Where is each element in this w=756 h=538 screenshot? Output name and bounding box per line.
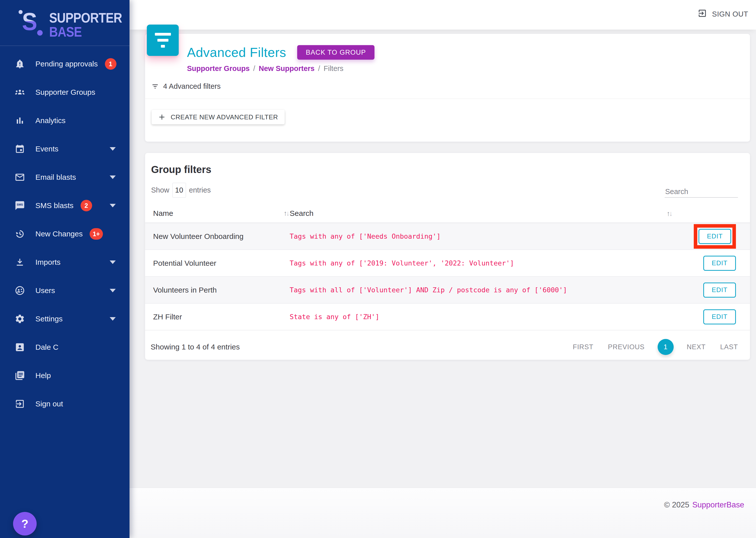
column-header-search[interactable]: Search xyxy=(290,209,313,217)
filter-query: Tags with all of ['Volunteer'] AND Zip /… xyxy=(290,286,703,294)
main-content: SIGN OUT Advanced Filters BACK TO GROUP … xyxy=(130,0,756,538)
show-entries-suffix: entries xyxy=(189,186,211,194)
sidebar-item-profile[interactable]: Dale C xyxy=(0,333,130,361)
table-row: ZH Filter State is any of ['ZH'] EDIT xyxy=(145,303,750,330)
sidebar-item-supporter-groups[interactable]: Supporter Groups xyxy=(0,78,130,106)
chevron-down-icon xyxy=(110,176,116,179)
create-button-label: CREATE NEW ADVANCED FILTER xyxy=(171,113,278,121)
sidebar-item-analytics[interactable]: Analytics xyxy=(0,106,130,134)
pagination-last[interactable]: LAST xyxy=(720,343,738,351)
supporterbase-logo[interactable]: S SUPPORTER BASE xyxy=(0,0,130,36)
sidebar-item-label: Email blasts xyxy=(35,173,76,182)
envelope-icon xyxy=(14,172,25,183)
filter-name: Potential Volunteer xyxy=(153,259,290,267)
gear-icon xyxy=(14,313,25,324)
filter-name: New Volunteer Onboarding xyxy=(153,232,290,241)
table-search-input[interactable] xyxy=(664,186,738,197)
library-books-icon xyxy=(14,370,25,381)
table-row: New Volunteer Onboarding Tags with any o… xyxy=(145,223,750,250)
filter-query: State is any of ['ZH'] xyxy=(290,313,703,321)
new-changes-badge: 1+ xyxy=(90,228,103,240)
sidebar-item-label: New Changes xyxy=(35,230,83,238)
page-footer: © 2025 SupporterBase xyxy=(130,488,756,538)
filter-icon xyxy=(152,83,158,90)
page-title: Advanced Filters xyxy=(187,45,286,60)
pagination-next[interactable]: NEXT xyxy=(687,343,706,351)
sms-bubble-icon: SMS xyxy=(14,200,25,211)
table-row: Potential Volunteer Tags with any of ['2… xyxy=(145,250,750,277)
sidebar-item-pending-approvals[interactable]: Pending approvals 1 xyxy=(0,50,130,78)
create-new-advanced-filter-button[interactable]: CREATE NEW ADVANCED FILTER xyxy=(152,110,284,124)
sidebar-item-help[interactable]: Help xyxy=(0,361,130,390)
sidebar-item-imports[interactable]: Imports xyxy=(0,248,130,276)
chevron-down-icon xyxy=(110,204,116,207)
sidebar-item-label: Supporter Groups xyxy=(35,88,95,96)
table-header-row: Name ↑↓ Search ↑↓ xyxy=(145,197,750,223)
breadcrumb-separator: / xyxy=(253,64,255,73)
copyright-text: © 2025 xyxy=(664,500,689,538)
help-fab-button[interactable]: ? xyxy=(13,512,37,535)
sidebar-item-settings[interactable]: Settings xyxy=(0,304,130,333)
sign-out-button[interactable]: SIGN OUT xyxy=(698,9,748,20)
filter-count-label: 4 Advanced filters xyxy=(163,82,220,90)
sidebar-item-label: Help xyxy=(35,371,51,380)
edit-button[interactable]: EDIT xyxy=(703,256,736,271)
bar-chart-icon xyxy=(14,115,25,126)
edit-button[interactable]: EDIT xyxy=(703,283,736,297)
chevron-down-icon xyxy=(110,147,116,151)
filter-query: Tags with any of ['2019: Volunteer', '20… xyxy=(290,259,703,267)
breadcrumb-separator: / xyxy=(318,64,320,73)
supporterbase-footer-link[interactable]: SupporterBase xyxy=(692,500,744,538)
annotation-highlight-box: EDIT xyxy=(694,224,736,249)
pending-approvals-badge: 1 xyxy=(105,58,116,70)
pagination-current-page[interactable]: 1 xyxy=(658,339,674,355)
sidebar-item-sms-blasts[interactable]: SMS SMS blasts 2 xyxy=(0,191,130,220)
sidebar-item-email-blasts[interactable]: Email blasts xyxy=(0,163,130,191)
table-row: Volunteers in Perth Tags with all of ['V… xyxy=(145,277,750,303)
sidebar-item-events[interactable]: Events xyxy=(0,134,130,163)
logo-text-line1: SUPPORTER xyxy=(49,11,122,25)
sign-out-label: SIGN OUT xyxy=(712,10,748,18)
sidebar-item-label: Sign out xyxy=(35,400,63,408)
sidebar-item-sign-out[interactable]: Sign out xyxy=(0,390,130,418)
sidebar-nav: Pending approvals 1 Supporter Groups Ana… xyxy=(0,50,130,418)
sidebar-item-label: Dale C xyxy=(35,343,58,351)
sidebar: S SUPPORTER BASE Pending approvals 1 Sup… xyxy=(0,0,130,538)
pagination: FIRST PREVIOUS 1 NEXT LAST xyxy=(558,339,738,355)
edit-button[interactable]: EDIT xyxy=(703,309,736,324)
sidebar-item-label: Events xyxy=(35,145,58,153)
pagination-first[interactable]: FIRST xyxy=(573,343,593,351)
plus-icon xyxy=(158,113,166,121)
filter-name: ZH Filter xyxy=(153,313,290,321)
calendar-icon xyxy=(14,143,25,154)
top-bar: SIGN OUT xyxy=(130,0,756,29)
exit-icon xyxy=(14,398,25,409)
breadcrumb-supporter-groups[interactable]: Supporter Groups xyxy=(187,64,250,73)
sidebar-item-label: Imports xyxy=(35,258,60,266)
page-size-select[interactable]: 10 xyxy=(172,183,186,197)
sidebar-item-label: Users xyxy=(35,286,55,295)
breadcrumb-new-supporters[interactable]: New Supporters xyxy=(259,64,314,73)
back-to-group-button[interactable]: BACK TO GROUP xyxy=(297,45,374,60)
entries-summary: Showing 1 to 4 of 4 entries xyxy=(151,343,240,351)
people-group-icon xyxy=(14,87,25,98)
sidebar-item-users[interactable]: Users xyxy=(0,276,130,304)
account-box-icon xyxy=(14,342,25,353)
logo-text-line2: BASE xyxy=(49,25,122,39)
header-divider xyxy=(145,98,750,99)
filter-name: Volunteers in Perth xyxy=(153,286,290,294)
filter-tile-icon xyxy=(147,25,179,56)
column-header-name[interactable]: Name xyxy=(153,209,173,218)
group-filters-card: Group filters Show 10 entries Name ↑↓ Se… xyxy=(145,153,750,360)
pagination-previous[interactable]: PREVIOUS xyxy=(608,343,645,351)
edit-button[interactable]: EDIT xyxy=(699,229,731,244)
chevron-down-icon xyxy=(110,289,116,292)
advanced-filters-header-card: Advanced Filters BACK TO GROUP Supporter… xyxy=(145,34,750,142)
users-circle-icon xyxy=(14,285,25,296)
filter-query: Tags with any of ['Needs Onboarding'] xyxy=(290,233,694,240)
question-mark-icon: ? xyxy=(21,517,29,530)
sort-icon[interactable]: ↑↓ xyxy=(667,210,673,217)
sms-blasts-badge: 2 xyxy=(81,200,92,211)
sidebar-item-new-changes[interactable]: New Changes 1+ xyxy=(0,220,130,248)
sort-icon[interactable]: ↑↓ xyxy=(284,209,290,217)
